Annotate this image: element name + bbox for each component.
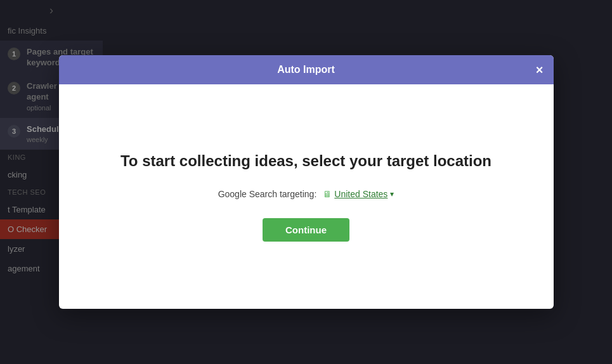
chevron-down-icon: ▾ <box>390 190 394 198</box>
modal-title: Auto Import <box>277 64 335 75</box>
location-text: United States <box>334 189 387 199</box>
targeting-row: Google Search targeting: 🖥 United States… <box>218 189 394 199</box>
modal-header: Auto Import × <box>59 55 554 84</box>
modal-overlay: Auto Import × To start collecting ideas,… <box>0 0 612 364</box>
auto-import-modal: Auto Import × To start collecting ideas,… <box>59 55 554 309</box>
modal-body: To start collecting ideas, select your t… <box>59 84 554 309</box>
targeting-label: Google Search targeting: <box>218 189 317 199</box>
monitor-icon: 🖥 <box>323 189 332 199</box>
continue-button[interactable]: Continue <box>263 218 349 242</box>
modal-close-button[interactable]: × <box>536 63 544 76</box>
modal-heading: To start collecting ideas, select your t… <box>120 152 492 170</box>
location-dropdown[interactable]: 🖥 United States ▾ <box>323 189 394 199</box>
